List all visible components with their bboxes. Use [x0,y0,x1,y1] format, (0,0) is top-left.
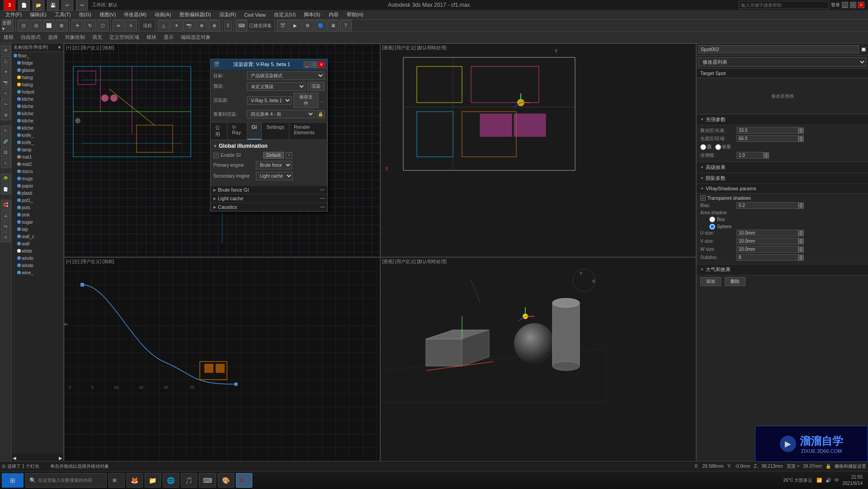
bind-btn[interactable]: ≈ [1,158,11,168]
scene-item[interactable]: lamp [12,146,63,153]
render-settings-btn[interactable]: ⚙ [302,20,314,32]
render-view-btn[interactable]: 🖥 [327,20,339,32]
w-size-spinner[interactable]: ▲ ▼ [798,246,804,253]
status-icon[interactable] [2,465,5,468]
scene-item[interactable]: kitche [12,103,63,110]
create-space-btn[interactable]: ⊗ [208,20,220,32]
render-btn[interactable]: 渲染 [307,82,325,91]
sphere-radio-label[interactable]: Sphere [709,224,864,230]
3dsmax-btn[interactable]: 3 [236,473,252,488]
scene-item[interactable]: kitche [12,110,63,117]
fileexplorer-btn[interactable]: 📁 [145,473,161,488]
menu-content[interactable]: 内容 [325,10,342,19]
scene-item[interactable]: mat1 [12,153,63,160]
shadow-effects-header[interactable]: ▼ 高级效果 [697,162,868,173]
save-file-btn[interactable]: 💾 [47,0,59,11]
cameras-btn[interactable]: 📷 [1,78,11,88]
falloff-spinner[interactable]: ▲ ▼ [798,136,804,142]
scene-item[interactable]: pots [12,204,63,211]
angle-snap-btn[interactable]: ∠ [1,211,11,221]
sphere-radio[interactable] [709,224,715,230]
hotspot-input[interactable] [736,127,798,134]
menu-animation[interactable]: 动画(A) [151,10,175,19]
atmosphere-header[interactable]: ▼ 大气和效果 [697,264,868,275]
u-up[interactable]: ▲ [798,230,804,233]
toolbar2-select[interactable]: 选择 [46,33,60,42]
viewport-top-right[interactable]: [透视] [用户定义] [默认明暗处理] X Y [380,43,697,257]
toolbar2-fill[interactable]: 填充 [90,33,104,42]
save-file-btn[interactable]: 保存文件 [293,93,318,108]
scene-item[interactable]: sugar [12,218,63,226]
scene-item[interactable]: pot1_ [12,197,63,204]
spot-params-header[interactable]: ▼ 光强参数 [697,114,868,125]
brute-force-header[interactable]: ▶ Brute force GI ━━ [211,185,327,194]
menu-customize[interactable]: 自定义(U) [270,10,299,19]
link-btn[interactable]: 🔗 [1,136,11,146]
spacewarps-btn[interactable]: 〜 [1,99,11,109]
create-light-btn[interactable]: ☀ [170,20,182,32]
frame-input[interactable]: 3 [224,21,231,31]
falloff-down[interactable]: ▼ [798,139,804,142]
select-obj-btn[interactable]: ⊡ [18,20,29,32]
lock-btn[interactable]: 🔒 [316,110,325,118]
render-frame-btn[interactable]: ▶ [289,20,301,32]
menu-file[interactable]: 文件(F) [2,10,25,19]
circle-radio-input[interactable] [700,144,706,150]
toolbar2-objectpaint[interactable]: 对象绘制 [63,33,87,42]
w-down[interactable]: ▼ [798,249,804,253]
shadow-shape-header[interactable]: ▼ 阴影多数 [697,173,868,184]
secondary-engine-select[interactable]: Light cache [256,172,293,180]
scroll-left-btn[interactable]: ◀ [13,456,16,461]
bias-spinner[interactable]: ▲ ▼ [798,202,804,209]
help-search[interactable] [739,1,829,9]
create-btn[interactable]: ⊕ [1,45,11,55]
scene-item[interactable]: micro [12,168,63,175]
gi-expand-arrow[interactable]: ▼ [213,144,217,148]
percent-snap-btn[interactable]: % [1,221,11,231]
scene-explorer-options[interactable]: ▼ [57,45,61,50]
maximize-btn[interactable]: □ [850,2,856,8]
scene-item[interactable]: wine_ [12,269,63,276]
hotspot-spinner[interactable]: ▲ ▼ [798,127,804,134]
subdivs-spinner[interactable]: ▲ ▼ [798,254,804,261]
scene-item[interactable]: halog [12,81,63,88]
layer-btn[interactable]: 📑 [1,184,11,194]
search-taskbar[interactable]: 🔍 在这里输入你要搜索的内容 [25,473,107,488]
scene-item[interactable]: kitche [12,95,63,103]
light-cache-header[interactable]: ▶ Light cache ━━ [211,194,327,202]
close-btn[interactable]: ✕ [858,2,864,8]
v-size-spinner[interactable]: ▲ ▼ [798,238,804,244]
menu-scripting[interactable]: 脚本(S) [300,10,324,19]
system-clock[interactable]: 21:55 2021/6/14 [843,474,863,487]
scene-item[interactable]: knife_ [12,132,63,139]
toolbar2-modeling[interactable]: 建模 [2,33,15,42]
dialog-minimize-btn[interactable]: _ [304,61,310,68]
max-logo[interactable]: 3 [4,0,15,11]
menu-view[interactable]: 视图(V) [96,10,120,19]
object-name-input[interactable] [698,45,859,53]
align-btn[interactable]: ≡ [125,20,137,32]
toolbar2-module[interactable]: 模块 [145,33,158,42]
menu-modifier[interactable]: 停改器(M) [120,10,150,19]
vray-shadows-header[interactable]: ▼ VRayShadows params [697,184,868,193]
multiplier-spinner[interactable]: ▲ ▼ [764,152,769,159]
w-size-input[interactable] [736,246,798,253]
rotate-btn[interactable]: ↻ [84,20,96,32]
help-question-btn[interactable]: ? [286,152,292,159]
scene-item[interactable]: wall_c [12,233,63,240]
menu-help[interactable]: 帮助(H) [343,10,367,19]
create-shape-btn[interactable]: △ [158,20,170,32]
transparent-checkbox[interactable]: ✓ [700,195,706,201]
select-region-btn[interactable]: ⬜ [43,20,55,32]
firefox-btn[interactable]: 🦊 [127,473,143,488]
bias-down[interactable]: ▼ [798,206,804,209]
modifier-list[interactable]: 修改器列表 [698,57,866,66]
menu-tools[interactable]: 工具(T) [51,10,75,19]
redo-btn[interactable]: ↪ [76,0,88,11]
tab-settings[interactable]: Settings [262,122,289,140]
minimize-btn[interactable]: _ [842,2,848,8]
box-radio-label[interactable]: Box [709,216,864,222]
v-size-input[interactable] [736,238,798,244]
scene-item[interactable]: halog [12,74,63,81]
mirror-btn[interactable]: ⇔ [113,20,124,32]
